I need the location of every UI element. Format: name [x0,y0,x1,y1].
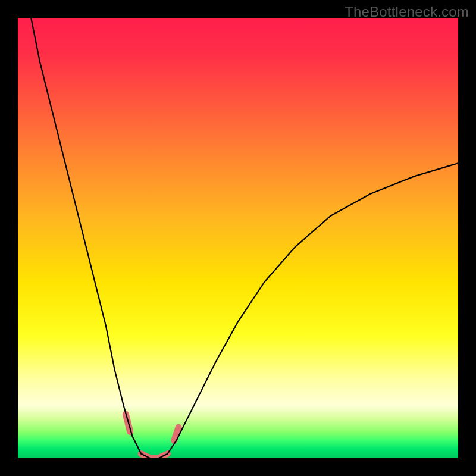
trough-highlight-markers [126,414,178,458]
outer-frame: TheBottleneck.com [0,0,476,476]
curve-svg [18,18,458,458]
bottleneck-curve-line [31,18,458,458]
plot-area [18,18,458,458]
